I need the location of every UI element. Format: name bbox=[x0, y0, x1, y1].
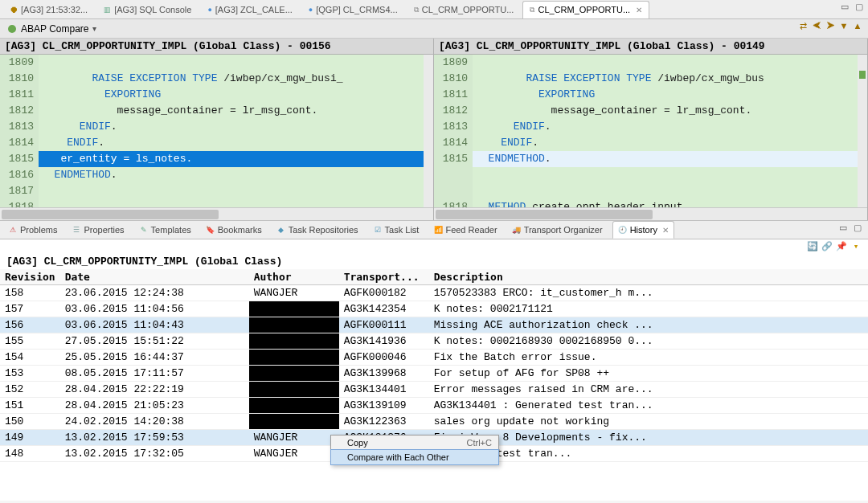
code-line[interactable]: ENDIF. bbox=[39, 135, 433, 151]
column-header[interactable]: Date bbox=[60, 269, 249, 285]
right-code[interactable]: RAISE EXCEPTION TYPE /iwbep/cx_mgw_bus E… bbox=[473, 55, 867, 207]
cell-author bbox=[249, 350, 339, 366]
editor-tab[interactable]: ⧉CL_CRM_OPPORTU...✕ bbox=[522, 1, 649, 18]
column-header[interactable]: Author bbox=[249, 269, 339, 285]
column-header[interactable]: Description bbox=[429, 269, 868, 285]
line-number: 1809 bbox=[434, 55, 468, 71]
code-line[interactable]: EXPORTING bbox=[39, 87, 433, 103]
tab-icon: 🕘 bbox=[618, 227, 628, 234]
tab-label: Templates bbox=[151, 225, 191, 235]
copy-left-icon[interactable]: ⮜ bbox=[811, 21, 822, 32]
cell-author: WANGJER bbox=[249, 285, 339, 301]
line-number: 1811 bbox=[0, 87, 34, 103]
maximize-icon[interactable]: ▢ bbox=[854, 2, 865, 13]
line-number: 1818 bbox=[0, 199, 34, 207]
view-maximize-icon[interactable]: ▢ bbox=[852, 223, 863, 234]
editor-tab[interactable]: ⧉CL_CRM_OPPORTU... bbox=[407, 1, 522, 18]
cell-transport: AG3K142354 bbox=[339, 301, 429, 317]
left-overview-ruler[interactable] bbox=[424, 55, 433, 207]
code-line[interactable]: ENDMETHOD. bbox=[473, 151, 867, 167]
minimize-icon[interactable]: ▭ bbox=[839, 2, 850, 13]
close-icon[interactable]: ✕ bbox=[660, 226, 669, 235]
editor-tab[interactable]: ⯃[AG3] 21:53:32... bbox=[3, 1, 95, 18]
history-row[interactable]: 15128.04.2015 21:05:23AG3K139109AG3K1344… bbox=[0, 398, 868, 414]
close-icon[interactable]: ✕ bbox=[633, 6, 642, 14]
tab-label: Task Repositories bbox=[289, 225, 358, 235]
bottom-tab-problems[interactable]: ⚠Problems bbox=[3, 221, 62, 239]
column-header[interactable]: Transport... bbox=[339, 269, 429, 285]
next-diff-icon[interactable]: ▼ bbox=[838, 21, 850, 32]
code-line[interactable]: ENDMETHOD. bbox=[39, 167, 433, 183]
compare-dropdown-icon[interactable]: ▾ bbox=[92, 24, 96, 33]
bottom-tab-transport-organizer[interactable]: 🚚Transport Organizer bbox=[507, 221, 608, 239]
pin-icon[interactable]: 📌 bbox=[836, 241, 847, 252]
editor-tab[interactable]: ▥[AG3] SQL Console bbox=[96, 1, 199, 18]
cell-description: 1570523383 ERCO: it_customer_h m... bbox=[429, 285, 868, 301]
code-line[interactable] bbox=[473, 167, 867, 183]
left-code[interactable]: RAISE EXCEPTION TYPE /iwbep/cx_mgw_busi_… bbox=[39, 55, 433, 207]
code-line[interactable]: er_entity = ls_notes. bbox=[39, 151, 433, 167]
context-menu-item[interactable]: Compare with Each Other bbox=[331, 450, 498, 464]
bottom-view-tabs: ⚠Problems☰Properties✎Templates🔖Bookmarks… bbox=[0, 220, 868, 239]
history-row[interactable]: 15703.06.2015 11:04:56AG3K142354K notes:… bbox=[0, 301, 868, 317]
context-menu-item[interactable]: CopyCtrl+C bbox=[331, 436, 498, 450]
bottom-tab-bookmarks[interactable]: 🔖Bookmarks bbox=[201, 221, 267, 239]
left-hscroll[interactable] bbox=[0, 207, 433, 220]
cell-date: 03.06.2015 11:04:43 bbox=[60, 317, 249, 333]
code-line[interactable] bbox=[473, 55, 867, 71]
history-row[interactable]: 15527.05.2015 15:51:22AG3K141936K notes:… bbox=[0, 333, 868, 350]
cell-revision: 154 bbox=[0, 350, 60, 366]
cell-transport: AGFK000182 bbox=[339, 285, 429, 301]
bottom-tab-task-repositories[interactable]: ◆Task Repositories bbox=[272, 221, 363, 239]
history-row[interactable]: 15425.05.2015 16:44:37AGFK000046Fix the … bbox=[0, 350, 868, 366]
swap-icon[interactable]: ⇄ bbox=[797, 21, 809, 32]
history-row[interactable]: 15823.06.2015 12:24:38WANGJERAGFK0001821… bbox=[0, 285, 868, 301]
cell-date: 25.05.2015 16:44:37 bbox=[60, 350, 249, 366]
line-number: 1817 bbox=[0, 183, 34, 199]
code-line[interactable]: ENDIF. bbox=[39, 119, 433, 135]
bottom-tab-feed-reader[interactable]: 📶Feed Reader bbox=[428, 221, 502, 239]
bottom-tab-templates[interactable]: ✎Templates bbox=[134, 221, 196, 239]
editor-tab[interactable]: ●[QGP] CL_CRMS4... bbox=[301, 1, 405, 18]
code-line[interactable] bbox=[39, 199, 433, 207]
svg-point-0 bbox=[8, 25, 16, 33]
code-line[interactable]: message_container = lr_msg_cont. bbox=[473, 103, 867, 119]
history-header-row[interactable]: RevisionDateAuthorTransport...Descriptio… bbox=[0, 269, 868, 285]
cell-description: sales org update not working bbox=[429, 414, 868, 430]
code-line[interactable] bbox=[39, 183, 433, 199]
cell-author bbox=[249, 398, 339, 414]
cell-transport: AGFK000046 bbox=[339, 350, 429, 366]
history-row[interactable]: 15228.04.2015 22:22:19AG3K134401Error me… bbox=[0, 382, 868, 398]
refresh-icon[interactable]: 🔄 bbox=[807, 241, 818, 252]
tab-icon: ● bbox=[309, 6, 313, 14]
column-header[interactable]: Revision bbox=[0, 269, 60, 285]
bottom-tab-properties[interactable]: ☰Properties bbox=[67, 221, 129, 239]
line-number: 1814 bbox=[434, 135, 468, 151]
copy-right-icon[interactable]: ⮞ bbox=[825, 21, 836, 32]
right-hscroll[interactable] bbox=[434, 207, 867, 220]
right-overview-ruler[interactable] bbox=[858, 55, 867, 207]
code-line[interactable]: ENDIF. bbox=[473, 119, 867, 135]
cell-transport: AG3K122363 bbox=[339, 414, 429, 430]
bottom-tab-history[interactable]: 🕘History✕ bbox=[612, 221, 674, 239]
compare-toolbar: ABAP Compare ▾ ⇄ ⮜ ⮞ ▼ ▲ bbox=[0, 19, 868, 39]
prev-diff-icon[interactable]: ▲ bbox=[852, 21, 863, 32]
code-line[interactable] bbox=[473, 183, 867, 199]
history-row[interactable]: 15308.05.2015 17:11:57AG3K139968For setu… bbox=[0, 366, 868, 382]
history-row[interactable]: 15603.06.2015 11:04:43AGFK000111Missing … bbox=[0, 317, 868, 333]
view-minimize-icon[interactable]: ▭ bbox=[837, 223, 849, 234]
history-row[interactable]: 15024.02.2015 14:20:38AG3K122363sales or… bbox=[0, 414, 868, 430]
bottom-tab-task-list[interactable]: ☑Task List bbox=[368, 221, 424, 239]
code-line[interactable]: RAISE EXCEPTION TYPE /iwbep/cx_mgw_busi_ bbox=[39, 71, 433, 87]
cell-transport: AGFK000111 bbox=[339, 317, 429, 333]
code-line[interactable]: METHOD create_oppt_header_input. bbox=[473, 199, 867, 207]
editor-tab[interactable]: ●[AG3] ZCL_CALE... bbox=[200, 1, 299, 18]
line-number: 1809 bbox=[0, 55, 34, 71]
view-menu-icon[interactable]: ▾ bbox=[850, 241, 862, 252]
code-line[interactable]: message_container = lr_msg_cont. bbox=[39, 103, 433, 119]
link-editor-icon[interactable]: 🔗 bbox=[821, 241, 833, 252]
code-line[interactable]: RAISE EXCEPTION TYPE /iwbep/cx_mgw_bus bbox=[473, 71, 867, 87]
code-line[interactable]: ENDIF. bbox=[473, 135, 867, 151]
code-line[interactable] bbox=[39, 55, 433, 71]
code-line[interactable]: EXPORTING bbox=[473, 87, 867, 103]
